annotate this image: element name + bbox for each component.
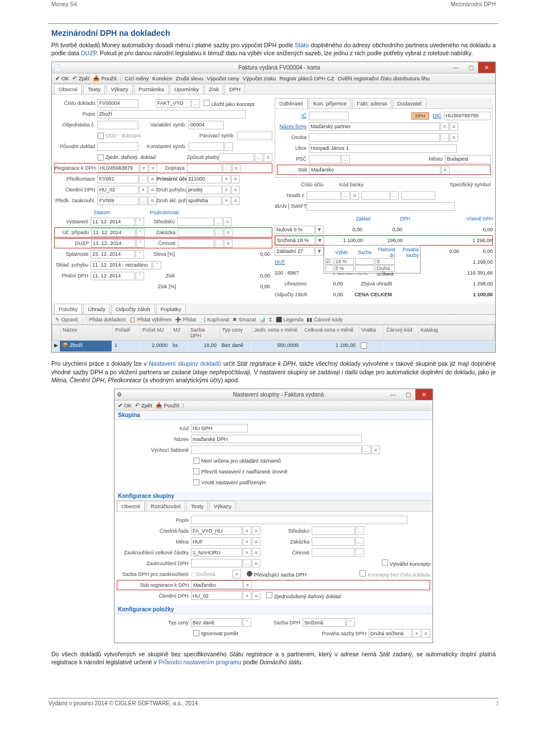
clen-input[interactable]: [191, 591, 242, 600]
tab-kon-prijemce[interactable]: Kon. příjemce: [309, 98, 352, 108]
stredisko-input[interactable]: [312, 526, 355, 535]
tab-poznamka[interactable]: Poznámka: [134, 84, 169, 94]
dropdown-icon[interactable]: ▼: [316, 236, 324, 245]
varsymb-input[interactable]: [189, 121, 224, 129]
chk-vytvaret-koncepty[interactable]: [382, 559, 388, 566]
close-button[interactable]: ✕: [415, 389, 432, 400]
tab-vykazy[interactable]: Výkazy: [209, 501, 236, 511]
tab-odberatel[interactable]: Odběratel: [275, 98, 308, 108]
tb-vypocet-zisku[interactable]: Výpočet zisku: [243, 75, 276, 81]
tb-korekce[interactable]: Korekce: [152, 75, 172, 81]
tab-fakt-adresa[interactable]: Fakt. adresa: [352, 98, 391, 108]
regdph-input[interactable]: [98, 164, 139, 173]
tb-ok[interactable]: ✔ OK: [55, 75, 69, 81]
minimize-button[interactable]: —: [448, 62, 463, 73]
tab-odpocty[interactable]: Odpočty záloh: [111, 304, 155, 314]
ulozit-koncept-checkbox[interactable]: [203, 100, 210, 106]
tb-pridat-dokladem[interactable]: 📄 Přidat dokladem: [81, 317, 126, 322]
iban-input[interactable]: [307, 202, 455, 211]
parsymb-input[interactable]: [237, 132, 272, 140]
povaha-input[interactable]: [369, 629, 412, 638]
chk-zjednoduseny[interactable]: [266, 592, 272, 598]
zaok-input[interactable]: [191, 548, 242, 557]
maximize-button[interactable]: ▢: [463, 62, 478, 73]
objednavka-input[interactable]: [97, 121, 138, 129]
hradit-input[interactable]: [307, 191, 341, 200]
chk-neni-urcena[interactable]: [193, 457, 199, 464]
zakazka-input[interactable]: [312, 537, 355, 546]
tb-vypocet-ceny[interactable]: Výpočet ceny: [207, 75, 239, 81]
tab-uhrady[interactable]: Úhrady: [83, 304, 110, 314]
popis-input[interactable]: [97, 110, 246, 118]
dic-input[interactable]: [444, 112, 491, 120]
tb-smazat[interactable]: ✖ Smazat: [232, 317, 256, 322]
tab-dph[interactable]: DPH: [224, 84, 245, 94]
tab-vykazy[interactable]: Výkazy: [106, 84, 133, 94]
stat-input[interactable]: [309, 166, 440, 174]
tb-ok[interactable]: ✔ OK: [118, 402, 132, 408]
zpusob-input[interactable]: [219, 153, 254, 162]
nazev-input[interactable]: [191, 435, 362, 443]
kod-input[interactable]: [191, 424, 248, 432]
primucet-input[interactable]: [186, 175, 222, 183]
ic-link[interactable]: IČ: [277, 113, 309, 118]
sklpohyb-input[interactable]: [91, 261, 152, 269]
tb-legenda[interactable]: ⬛ Legenda: [276, 317, 304, 322]
tab-zisk[interactable]: Zisk: [205, 84, 223, 94]
close-button[interactable]: ✕: [478, 62, 495, 73]
tb-suma[interactable]: Σ: [269, 317, 272, 322]
tab-obecne[interactable]: Obecné: [117, 501, 145, 511]
zakazka-input[interactable]: [178, 228, 214, 237]
tb-zpet[interactable]: ↶ Zpět: [72, 75, 89, 81]
splatnost-input[interactable]: [91, 250, 135, 259]
typceny-input[interactable]: [191, 618, 242, 627]
chk-vnutit[interactable]: [193, 479, 199, 485]
cinnost-input[interactable]: [312, 548, 355, 557]
ucpripadu-input[interactable]: [91, 228, 136, 237]
tb-carkody[interactable]: ▮▮ Čárové kódy: [307, 317, 342, 322]
minimize-button[interactable]: —: [386, 389, 401, 400]
cislo-dokladu-input[interactable]: [97, 99, 138, 108]
nazev-firmy-input[interactable]: [309, 122, 440, 131]
tb-chart-icon[interactable]: 📊: [259, 317, 266, 322]
plnenidph-input[interactable]: [91, 272, 135, 280]
tab-obecne[interactable]: Obecné: [54, 84, 82, 94]
clendph-input[interactable]: [97, 186, 138, 194]
chk-ignorovat-pomer[interactable]: [193, 630, 199, 636]
odd-checkbox[interactable]: [97, 133, 104, 139]
duzp-input[interactable]: [91, 239, 136, 248]
druhpoh-input[interactable]: [186, 186, 222, 194]
dropdown-option[interactable]: ☑18 %S: [325, 258, 419, 265]
vychozi-input[interactable]: [191, 446, 362, 454]
maximize-button[interactable]: ▢: [401, 389, 415, 400]
osoba-input[interactable]: [309, 133, 440, 142]
predkontace-input[interactable]: [97, 175, 138, 183]
chk-prevzit[interactable]: [193, 468, 199, 475]
fakt-vyd-input[interactable]: [156, 99, 191, 108]
dph-button[interactable]: DPH: [411, 112, 429, 120]
tab-upominky[interactable]: Upomínky: [170, 84, 203, 94]
tab-dodavatel[interactable]: Dodavatel: [393, 98, 426, 108]
tab-texty[interactable]: Texty: [83, 84, 105, 94]
tb-zpet[interactable]: ↶ Zpět: [135, 402, 152, 408]
mena-input[interactable]: [191, 537, 242, 546]
tb-opravit[interactable]: ✎ Opravit: [55, 317, 78, 322]
tb-kopirovat[interactable]: 📑 Kopírovat: [199, 317, 229, 322]
tb-zrusit-slevu[interactable]: Zrušit slevu: [175, 75, 203, 81]
cinnost-input[interactable]: [178, 239, 214, 248]
statreg-input[interactable]: [191, 581, 243, 589]
dic-link[interactable]: DIČ: [429, 113, 444, 118]
popis-input[interactable]: [191, 516, 407, 524]
tb-overit-lih[interactable]: Ověřit registrační číslo distributora li…: [338, 75, 430, 81]
vystaveni-input[interactable]: [91, 218, 135, 226]
doprava-input[interactable]: [187, 164, 222, 173]
tb-pridat[interactable]: ➕ Přidat: [175, 317, 196, 322]
druhskl-input[interactable]: [186, 197, 222, 205]
lookup-icon[interactable]: …: [191, 99, 200, 108]
tab-poplatky[interactable]: Poplatky: [156, 304, 186, 314]
psc-input[interactable]: [309, 155, 341, 164]
dropdown-option[interactable]: 5 %Druhá snížená: [325, 265, 419, 272]
ic-input[interactable]: [309, 112, 349, 120]
tb-registr-platcu[interactable]: Registr plátců DPH CZ: [279, 75, 334, 81]
puvodni-input[interactable]: [97, 142, 138, 151]
